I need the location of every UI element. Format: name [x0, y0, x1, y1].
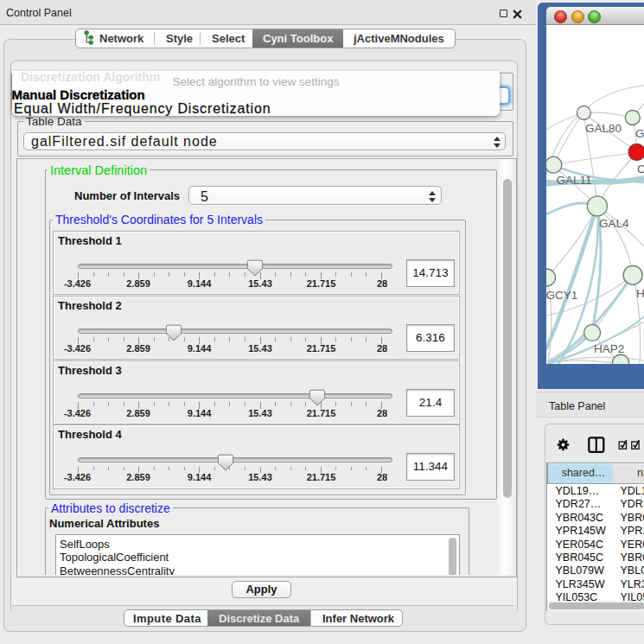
svg-text:HAP2: HAP2 [594, 342, 624, 355]
svg-text:GAL11: GAL11 [557, 174, 592, 187]
svg-text:HIS4: HIS4 [636, 287, 644, 300]
svg-text:GAL80: GAL80 [585, 122, 622, 135]
svg-text:GAL: GAL [635, 127, 644, 140]
svg-text:GAL4: GAL4 [599, 217, 629, 230]
svg-text:GCY1: GCY1 [546, 289, 577, 302]
svg-text:CY: CY [637, 163, 644, 175]
